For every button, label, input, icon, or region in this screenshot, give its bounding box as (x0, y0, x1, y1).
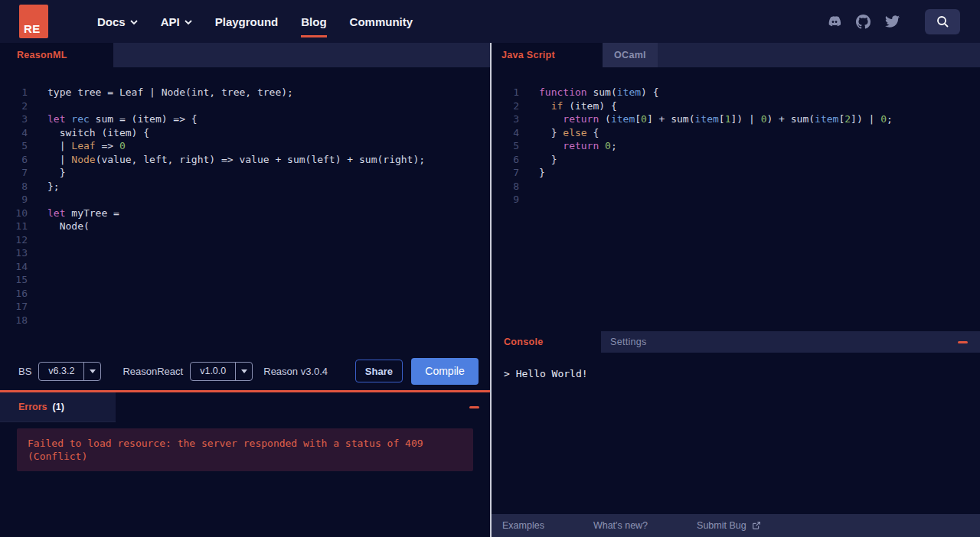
console-header: Console Settings (492, 331, 980, 353)
line-number: 5 (492, 139, 519, 153)
console-output-area: > Hello World! (492, 353, 980, 514)
line-number: 1 (0, 86, 28, 99)
tab-console[interactable]: Console (492, 331, 601, 353)
line-number: 9 (492, 193, 519, 207)
top-nav: RE Docs API Playground Blog Community (0, 0, 980, 43)
errors-panel: Errors (1) Failed to load resource: the … (0, 392, 490, 471)
console-output-line: > Hello World! (504, 368, 980, 379)
code-line: 11 Node( (0, 220, 490, 233)
code-line: 10let myTree = (0, 207, 490, 220)
nav-item-docs[interactable]: Docs (97, 11, 138, 33)
nav-right (828, 9, 960, 34)
tab-ocaml[interactable]: OCaml (603, 43, 658, 67)
code-line: 2 if (item) { (492, 99, 980, 113)
logo[interactable]: RE (19, 5, 48, 38)
line-number: 10 (0, 207, 28, 220)
nav-item-label: Community (350, 15, 413, 28)
line-number: 13 (0, 246, 28, 260)
nav-item-community[interactable]: Community (350, 11, 413, 33)
line-number: 2 (492, 99, 519, 113)
minimize-icon[interactable] (958, 341, 968, 343)
bs-version-select[interactable]: v6.3.2 (38, 362, 101, 381)
errors-count-badge: (1) (53, 402, 64, 412)
reasonreact-version-select[interactable]: v1.0.0 (190, 362, 253, 381)
github-icon[interactable] (856, 15, 871, 29)
line-number: 18 (0, 314, 28, 327)
reasonreact-version-value: v1.0.0 (191, 363, 235, 380)
line-number: 4 (0, 126, 28, 140)
submit-bug-link[interactable]: Submit Bug (697, 520, 762, 531)
code-line: 8}; (0, 180, 490, 194)
nav-menu: Docs API Playground Blog Community (97, 11, 413, 33)
examples-link[interactable]: Examples (502, 520, 544, 531)
twitter-icon[interactable] (885, 15, 900, 28)
line-number: 17 (0, 300, 28, 314)
tab-errors[interactable]: Errors (1) (0, 392, 116, 422)
code-line: 2 (0, 99, 490, 113)
nav-item-blog[interactable]: Blog (301, 11, 326, 33)
code-line: 13 (0, 246, 490, 260)
search-button[interactable] (925, 9, 960, 34)
code-line: 5 | Leaf => 0 (0, 139, 490, 153)
line-number: 8 (492, 180, 519, 194)
code-line: 3let rec sum = (item) => { (0, 112, 490, 126)
tab-label: OCaml (614, 50, 646, 60)
code-line: 7} (492, 166, 980, 180)
dropdown-arrow-icon (83, 363, 100, 380)
line-number: 5 (0, 139, 28, 153)
code-line: 18 (0, 314, 490, 327)
code-line: 4 } else { (492, 126, 980, 140)
code-line: 3 return (item[0] + sum(item[1]) | 0) + … (492, 112, 980, 126)
tab-reasonml[interactable]: ReasonML (0, 43, 113, 67)
tab-label: ReasonML (17, 50, 67, 60)
tab-label: Java Script (501, 50, 555, 60)
code-line: 14 (0, 260, 490, 274)
bs-label: BS (18, 366, 31, 377)
right-pane: Java Script OCaml 1function sum(item) {2… (492, 43, 980, 537)
tab-javascript[interactable]: Java Script (492, 43, 603, 67)
nav-item-label: Blog (301, 15, 326, 28)
tab-label: Console (504, 337, 543, 347)
reason-code-editor[interactable]: 1type tree = Leaf | Node(int, tree, tree… (0, 67, 490, 352)
line-number: 4 (492, 126, 519, 140)
chevron-down-icon (130, 20, 138, 25)
code-line: 12 (0, 233, 490, 247)
code-line: 5 return 0; (492, 139, 980, 153)
line-number: 16 (0, 287, 28, 301)
code-line: 7 } (0, 166, 490, 180)
code-line: 17 (0, 300, 490, 314)
code-line: 9 (492, 193, 980, 207)
code-line: 15 (0, 273, 490, 287)
discord-icon[interactable] (828, 15, 841, 28)
javascript-output-editor[interactable]: 1function sum(item) {2 if (item) {3 retu… (492, 67, 980, 331)
code-line: 4 switch (item) { (0, 126, 490, 140)
line-number: 7 (492, 166, 519, 180)
left-pane: ReasonML 1type tree = Leaf | Node(int, t… (0, 43, 490, 537)
tab-settings[interactable]: Settings (610, 331, 647, 353)
reasonreact-label: ReasonReact (122, 366, 183, 377)
compile-button[interactable]: Compile (411, 358, 479, 385)
nav-item-playground[interactable]: Playground (215, 11, 279, 33)
nav-item-api[interactable]: API (161, 11, 192, 33)
code-line: 16 (0, 287, 490, 301)
whats-new-link[interactable]: What's new? (593, 520, 648, 531)
minimize-icon[interactable] (469, 406, 479, 408)
code-line: 1type tree = Leaf | Node(int, tree, tree… (0, 86, 490, 99)
reason-version-text: Reason v3.0.4 (263, 366, 328, 377)
nav-item-label: Docs (97, 15, 126, 28)
line-number: 15 (0, 273, 28, 287)
code-line: 1function sum(item) { (492, 86, 980, 99)
code-line: 8 (492, 180, 980, 194)
line-number: 11 (0, 220, 28, 233)
chevron-down-icon (185, 20, 192, 25)
line-number: 6 (492, 153, 519, 167)
tab-label: Settings (610, 337, 647, 347)
toolbar: BS v6.3.2 ReasonReact v1.0.0 Reason v3.0… (0, 352, 490, 390)
main-split: ReasonML 1type tree = Leaf | Node(int, t… (0, 43, 980, 537)
search-icon (936, 15, 949, 28)
line-number: 2 (0, 99, 28, 113)
line-number: 9 (0, 193, 28, 207)
code-line: 6 } (492, 153, 980, 167)
nav-item-label: API (161, 15, 180, 28)
share-button[interactable]: Share (355, 360, 403, 382)
